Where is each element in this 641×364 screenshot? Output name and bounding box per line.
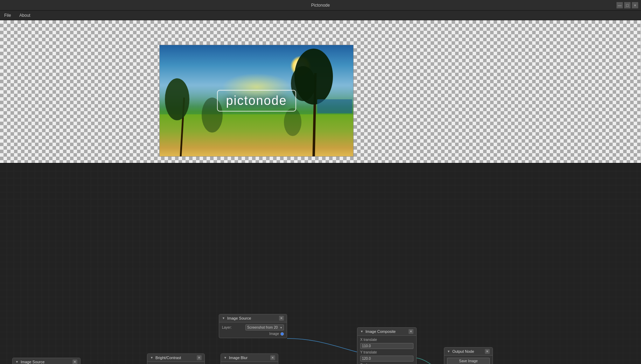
collapse-arrow: ▼: [447, 350, 450, 353]
preview-logo: pictonode: [217, 90, 296, 112]
x-translate-input[interactable]: [360, 343, 413, 349]
node-output-title: Output Node: [452, 349, 474, 354]
x-translate-label: X translate: [360, 338, 377, 342]
node-image-composite-large-title: Image Composite: [365, 329, 396, 334]
image-source-2-output-port[interactable]: [280, 332, 284, 336]
node-image-blur-title: Image Blur: [229, 356, 248, 360]
minimize-button[interactable]: —: [616, 2, 623, 8]
titlebar-title: Pictonode: [311, 3, 330, 8]
node-image-source-1-close[interactable]: ✕: [72, 359, 77, 364]
port-label: Image: [269, 332, 279, 336]
connections-svg: [0, 164, 641, 364]
close-button[interactable]: ×: [632, 2, 638, 8]
preview-area: pictonode: [0, 20, 641, 164]
node-bright-contrast[interactable]: ▼ Bright/Contrast ✕ Brightness Contrast …: [147, 354, 205, 364]
y-translate-input[interactable]: [360, 356, 413, 362]
node-image-composite-large-close[interactable]: ✕: [409, 329, 413, 334]
node-bright-contrast-title: Bright/Contrast: [155, 356, 181, 360]
menu-file[interactable]: File: [3, 12, 12, 19]
node-image-source-2[interactable]: ▼ Image Source ✕ Layer: Screenshot from …: [219, 314, 287, 338]
preview-image-container: pictonode: [159, 45, 354, 157]
node-bright-contrast-header[interactable]: ▼ Bright/Contrast ✕: [147, 354, 204, 362]
collapse-arrow: ▼: [15, 360, 19, 364]
node-output[interactable]: ▼ Output Node ✕ Save Image Image: [444, 347, 493, 364]
collapse-arrow: ▼: [360, 330, 363, 333]
node-image-source-1[interactable]: ▼ Image Source ✕ Layer: pictonode_logo.p…: [12, 358, 81, 364]
node-output-header[interactable]: ▼ Output Node ✕: [444, 348, 493, 356]
node-image-blur[interactable]: ▼ Image Blur ✕ std-dev-x std-dev-y Image: [221, 354, 278, 364]
menubar: File About: [0, 10, 641, 20]
preview-image: pictonode: [159, 45, 354, 157]
titlebar: Pictonode — □ ×: [0, 0, 641, 10]
save-image-button[interactable]: Save Image: [447, 358, 490, 364]
collapse-arrow: ▼: [150, 356, 153, 359]
titlebar-controls: — □ ×: [616, 0, 638, 10]
node-image-source-1-header[interactable]: ▼ Image Source ✕: [13, 358, 80, 364]
preview-grass: [160, 114, 353, 156]
node-image-blur-header[interactable]: ▼ Image Blur ✕: [221, 354, 278, 362]
y-translate-label: Y translate: [360, 350, 377, 354]
preview-sun: [290, 56, 311, 77]
menu-about[interactable]: About: [18, 12, 32, 19]
image-source-2-select[interactable]: Screenshot from 20: [245, 324, 284, 330]
layer-label: Layer:: [222, 326, 232, 329]
node-image-composite-large[interactable]: ▼ Image Composite ✕ X translate Y transl…: [357, 327, 417, 364]
collapse-arrow: ▼: [222, 316, 225, 320]
node-image-source-2-title: Image Source: [227, 316, 251, 320]
restore-button[interactable]: □: [624, 2, 630, 8]
node-image-source-1-title: Image Source: [21, 360, 44, 364]
node-area[interactable]: ▼ Image Source ✕ Layer: pictonode_logo.p…: [0, 164, 641, 364]
node-image-blur-close[interactable]: ✕: [270, 355, 275, 360]
node-output-close[interactable]: ✕: [485, 349, 490, 354]
node-bright-contrast-close[interactable]: ✕: [197, 355, 202, 360]
node-image-source-2-header[interactable]: ▼ Image Source ✕: [219, 314, 287, 322]
collapse-arrow: ▼: [224, 356, 227, 359]
node-image-composite-large-header[interactable]: ▼ Image Composite ✕: [357, 328, 416, 336]
node-image-source-2-close[interactable]: ✕: [279, 316, 284, 321]
